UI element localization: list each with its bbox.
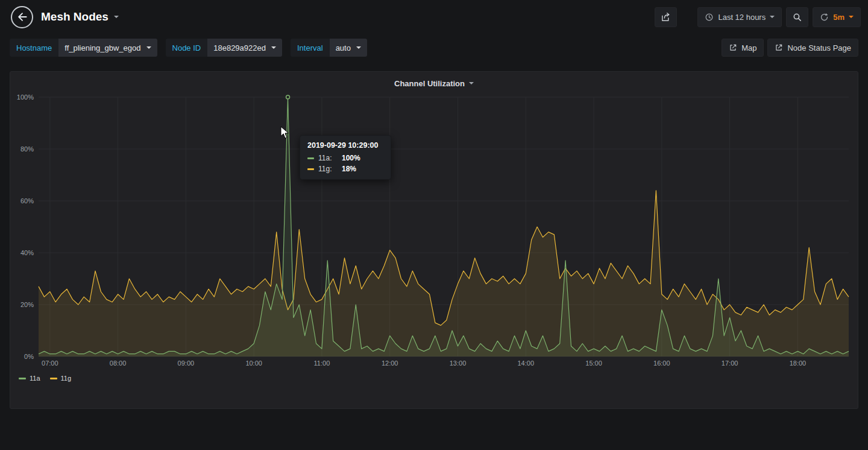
submenu: Hostname ff_pliening_gbw_egod Node ID 18… — [0, 34, 868, 59]
svg-text:17:00: 17:00 — [722, 360, 738, 367]
node-id-dropdown[interactable]: 18e829a922ed — [207, 39, 282, 57]
external-link-icon — [729, 43, 737, 52]
svg-text:0%: 0% — [24, 353, 34, 360]
graph-tooltip: 2019-09-29 10:29:00 11a: 100% 11g: 18% — [300, 135, 391, 180]
link-label: Node Status Page — [787, 43, 851, 52]
svg-text:100%: 100% — [17, 93, 34, 101]
refresh-button[interactable]: 5m — [813, 7, 861, 27]
legend-label: 11g — [61, 375, 72, 382]
svg-text:13:00: 13:00 — [450, 360, 467, 367]
variable-label: Node ID — [166, 39, 208, 57]
tooltip-row: 11a: 100% — [307, 154, 383, 162]
chevron-down-icon — [114, 16, 119, 18]
svg-text:07:00: 07:00 — [42, 360, 58, 367]
svg-text:16:00: 16:00 — [653, 360, 670, 367]
variable-node-id: Node ID 18e829a922ed — [166, 39, 282, 57]
panel-title-menu[interactable]: Channel Utilization — [10, 74, 858, 92]
grafana-dashboard: Mesh Nodes Last 12 hours — [0, 0, 868, 450]
variable-label: Hostname — [10, 39, 58, 57]
series-color-swatch — [50, 378, 57, 379]
chevron-down-icon — [271, 46, 276, 49]
node-status-page-link[interactable]: Node Status Page — [767, 39, 858, 57]
svg-text:14:00: 14:00 — [518, 360, 535, 367]
panel-title: Channel Utilization — [394, 79, 465, 88]
channel-utilization-graph[interactable]: 0%20%40%60%80%100%07:0008:0009:0010:0011… — [14, 92, 854, 371]
svg-text:09:00: 09:00 — [178, 360, 195, 367]
tooltip-series-value: 18% — [342, 165, 356, 173]
legend-label: 11a — [30, 375, 40, 382]
svg-text:20%: 20% — [20, 301, 34, 308]
svg-text:40%: 40% — [20, 249, 34, 256]
time-range-label: Last 12 hours — [718, 13, 766, 22]
zoom-out-button[interactable] — [786, 7, 808, 27]
variable-value: ff_pliening_gbw_egod — [64, 43, 140, 52]
refresh-interval-label: 5m — [833, 13, 844, 22]
chevron-down-icon — [770, 16, 775, 18]
graph-legend: 11a 11g — [10, 375, 858, 382]
magnifier-icon — [792, 12, 802, 22]
variable-label: Interval — [291, 39, 330, 57]
chevron-down-icon — [469, 82, 474, 84]
hostname-dropdown[interactable]: ff_pliening_gbw_egod — [58, 39, 157, 57]
legend-item-11a[interactable]: 11a — [19, 375, 40, 382]
refresh-icon — [820, 13, 829, 22]
svg-text:18:00: 18:00 — [790, 360, 807, 367]
dashboard-title-dropdown[interactable]: Mesh Nodes — [41, 10, 119, 24]
series-color-swatch — [307, 157, 314, 159]
svg-text:12:00: 12:00 — [382, 360, 398, 367]
time-range-picker[interactable]: Last 12 hours — [697, 7, 782, 27]
svg-text:15:00: 15:00 — [585, 360, 602, 367]
svg-text:10:00: 10:00 — [245, 360, 262, 367]
navbar-actions: Last 12 hours 5m — [655, 7, 861, 27]
svg-text:11:00: 11:00 — [314, 360, 330, 367]
link-label: Map — [741, 43, 756, 52]
svg-text:60%: 60% — [20, 197, 34, 204]
interval-dropdown[interactable]: auto — [330, 39, 367, 57]
variable-interval: Interval auto — [291, 39, 367, 57]
map-link[interactable]: Map — [722, 39, 764, 57]
variable-value: 18e829a922ed — [213, 43, 266, 52]
arrow-left-icon — [16, 11, 28, 23]
tooltip-time: 2019-09-29 10:29:00 — [307, 141, 383, 150]
back-button[interactable] — [11, 6, 33, 28]
external-link-icon — [775, 43, 783, 52]
navbar: Mesh Nodes Last 12 hours — [0, 0, 868, 34]
dashboard-links: Map Node Status Page — [722, 39, 858, 57]
variable-hostname: Hostname ff_pliening_gbw_egod — [10, 39, 157, 57]
tooltip-series-label: 11g: — [318, 165, 338, 173]
series-color-swatch — [19, 378, 26, 379]
tooltip-series-value: 100% — [342, 154, 360, 162]
tooltip-series-label: 11a: — [318, 154, 338, 162]
clock-icon — [705, 13, 714, 22]
channel-utilization-panel: Channel Utilization 0%20%40%60%80%100%07… — [10, 71, 858, 409]
legend-item-11g[interactable]: 11g — [50, 375, 72, 382]
share-button[interactable] — [655, 7, 677, 27]
series-color-swatch — [307, 168, 314, 170]
share-icon — [661, 12, 671, 22]
svg-text:08:00: 08:00 — [110, 360, 127, 367]
chevron-down-icon — [146, 46, 151, 49]
chevron-down-icon — [849, 16, 854, 18]
dashboard-title: Mesh Nodes — [41, 10, 108, 24]
chevron-down-icon — [356, 46, 361, 49]
svg-text:80%: 80% — [20, 145, 34, 153]
tooltip-row: 11g: 18% — [307, 165, 383, 173]
variable-value: auto — [336, 43, 351, 52]
